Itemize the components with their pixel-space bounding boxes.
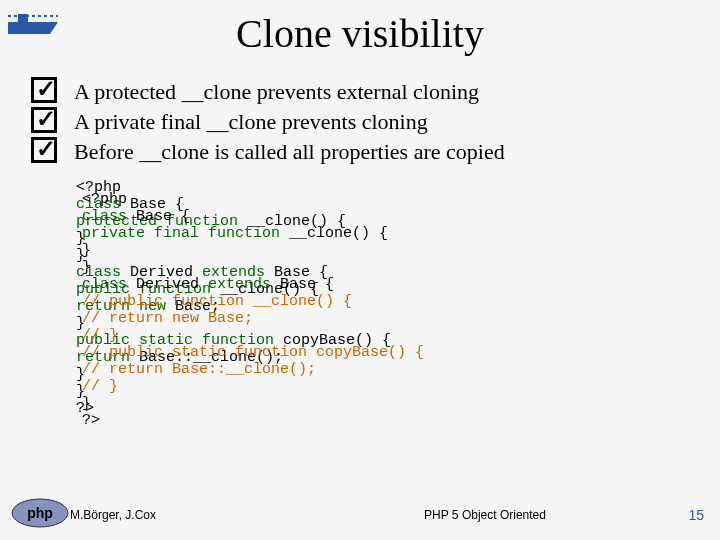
svg-rect-0 (18, 14, 28, 22)
code-layer-back: <?php class Base { private final functio… (82, 191, 424, 429)
svg-text:php: php (27, 505, 53, 521)
bullet-text: A protected __clone prevents external cl… (74, 77, 710, 107)
code-comment: // return new Base; (82, 310, 253, 327)
checkbox-icon: ✓ (31, 77, 57, 103)
code-comment: // public function __clone() { (82, 293, 352, 310)
bullet-marker: ✓ (14, 77, 74, 107)
footer-author: M.Börger, J.Cox (70, 508, 290, 522)
code-text: Derived (127, 276, 208, 293)
bullet-marker: ✓ (14, 107, 74, 137)
bullet-marker: ✓ (14, 137, 74, 167)
code-comment: // return Base::__clone(); (82, 361, 316, 378)
content-area: ✓ ✓ ✓ A protected __clone prevents exter… (0, 77, 720, 167)
checkmark-icon: ✓ (36, 107, 56, 131)
checkmark-icon: ✓ (36, 137, 56, 161)
code-keyword: class (82, 276, 127, 293)
slide-title: Clone visibility (0, 0, 720, 77)
code-text: Base { (127, 208, 190, 225)
code-comment: // } (82, 378, 118, 395)
text-column: A protected __clone prevents external cl… (74, 77, 710, 167)
code-keyword: class (82, 208, 127, 225)
code-text: } (82, 259, 91, 276)
code-text: <?php (82, 191, 127, 208)
corner-logo (8, 8, 58, 38)
checkmark-icon: ✓ (36, 77, 56, 101)
code-keyword: extends (208, 276, 271, 293)
code-comment: // public static function copyBase() { (82, 344, 424, 361)
code-text: Base { (271, 276, 334, 293)
code-block: <?php class Base { protected function __… (76, 179, 720, 479)
code-text: __clone() { (280, 225, 388, 242)
code-text: } (82, 242, 91, 259)
code-keyword: private final function (82, 225, 280, 242)
code-text: } (82, 395, 91, 412)
slide-number: 15 (680, 507, 720, 523)
code-comment: // } (82, 327, 118, 344)
bullet-text: Before __clone is called all properties … (74, 137, 710, 167)
checkbox-icon: ✓ (31, 107, 57, 133)
bullets-column: ✓ ✓ ✓ (14, 77, 74, 167)
footer: php M.Börger, J.Cox PHP 5 Object Oriente… (0, 497, 720, 532)
code-text: ?> (82, 412, 100, 429)
bullet-text: A private final __clone prevents cloning (74, 107, 710, 137)
footer-title: PHP 5 Object Oriented (290, 508, 680, 522)
checkbox-icon: ✓ (31, 137, 57, 163)
php-logo: php (0, 497, 70, 532)
